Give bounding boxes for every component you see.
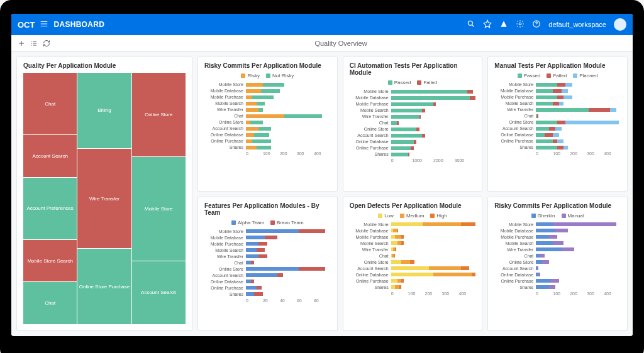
bar-segment[interactable]: [461, 266, 469, 270]
bar-segment[interactable]: [564, 95, 572, 99]
bar-segment[interactable]: [257, 248, 265, 252]
bar-segment[interactable]: [553, 133, 559, 137]
bar-segment[interactable]: [251, 280, 254, 283]
bar-segment[interactable]: [461, 222, 476, 226]
bar-segment[interactable]: [258, 127, 271, 131]
bar-segment[interactable]: [252, 139, 271, 143]
bar-segment[interactable]: [391, 146, 411, 150]
bar-segment[interactable]: [565, 83, 572, 87]
menu-icon[interactable]: [40, 19, 48, 30]
refresh-icon[interactable]: [43, 40, 50, 47]
bar-segment[interactable]: [254, 133, 269, 137]
bar-segment[interactable]: [536, 95, 557, 99]
bar-segment[interactable]: [246, 286, 257, 290]
bar-segment[interactable]: [589, 108, 610, 112]
treemap-cell[interactable]: Account Search: [132, 261, 186, 325]
bar-segment[interactable]: [284, 114, 323, 118]
bar-segment[interactable]: [416, 128, 419, 131]
bar-segment[interactable]: [246, 261, 251, 264]
bar-segment[interactable]: [557, 139, 564, 143]
bar-segment[interactable]: [553, 89, 561, 93]
bar-segment[interactable]: [564, 146, 568, 149]
workspace-name[interactable]: default_workspace: [548, 21, 606, 28]
bar-segment[interactable]: [401, 241, 403, 245]
bar-segment[interactable]: [391, 279, 397, 283]
bar-segment[interactable]: [246, 248, 257, 252]
bar-segment[interactable]: [562, 89, 568, 93]
bar-segment[interactable]: [391, 241, 397, 245]
bar-segment[interactable]: [250, 121, 263, 124]
bar-segment[interactable]: [433, 273, 472, 276]
bar-segment[interactable]: [399, 285, 401, 289]
bar-segment[interactable]: [553, 222, 616, 226]
bar-segment[interactable]: [246, 254, 258, 258]
bar-segment[interactable]: [391, 285, 396, 289]
bar-segment[interactable]: [246, 121, 250, 124]
list-icon[interactable]: [30, 40, 38, 47]
bar-segment[interactable]: [422, 134, 425, 138]
bar-segment[interactable]: [414, 140, 416, 144]
bar-segment[interactable]: [470, 96, 475, 100]
bar-segment[interactable]: [536, 285, 548, 289]
bar-segment[interactable]: [246, 292, 254, 296]
bar-segment[interactable]: [391, 140, 414, 144]
bar-segment[interactable]: [536, 83, 557, 87]
bar-segment[interactable]: [559, 102, 564, 106]
bar-segment[interactable]: [299, 229, 325, 233]
bar-segment[interactable]: [467, 90, 473, 94]
bar-segment[interactable]: [540, 254, 545, 258]
bar-segment[interactable]: [246, 114, 284, 118]
bar-segment[interactable]: [246, 236, 265, 239]
bar-segment[interactable]: [553, 139, 557, 143]
bar-segment[interactable]: [565, 121, 618, 124]
bar-segment[interactable]: [536, 222, 553, 226]
bar-segment[interactable]: [391, 102, 433, 106]
bar-segment[interactable]: [549, 235, 557, 239]
bar-segment[interactable]: [536, 89, 553, 93]
bar-segment[interactable]: [257, 286, 262, 290]
bar-segment[interactable]: [536, 121, 557, 124]
bar-segment[interactable]: [410, 260, 414, 264]
bar-segment[interactable]: [246, 102, 257, 106]
bar-segment[interactable]: [537, 114, 538, 118]
bar-segment[interactable]: [401, 279, 403, 283]
bar-segment[interactable]: [411, 146, 413, 150]
bar-segment[interactable]: [246, 273, 277, 277]
bar-segment[interactable]: [536, 127, 548, 131]
bar-segment[interactable]: [536, 279, 551, 283]
bar-segment[interactable]: [562, 247, 574, 251]
bar-segment[interactable]: [246, 229, 299, 233]
bar-segment[interactable]: [395, 247, 396, 251]
bar-segment[interactable]: [246, 108, 258, 112]
bar-segment[interactable]: [557, 95, 564, 99]
treemap-cell[interactable]: Account Search: [23, 135, 77, 177]
bar-segment[interactable]: [246, 83, 263, 87]
avatar[interactable]: [614, 18, 626, 31]
treemap-cell[interactable]: Online Store: [132, 73, 186, 156]
bar-segment[interactable]: [258, 108, 263, 112]
bar-segment[interactable]: [536, 247, 561, 251]
bar-segment[interactable]: [391, 128, 416, 131]
bar-segment[interactable]: [557, 83, 565, 87]
bar-segment[interactable]: [265, 236, 277, 239]
bar-segment[interactable]: [555, 229, 568, 232]
bar-segment[interactable]: [254, 292, 262, 296]
treemap-cell[interactable]: Online Store Purchase: [77, 249, 131, 324]
bar-segment[interactable]: [429, 266, 461, 270]
bar-segment[interactable]: [391, 115, 419, 119]
bar-segment[interactable]: [553, 241, 564, 245]
bar-segment[interactable]: [537, 266, 538, 270]
bar-segment[interactable]: [536, 133, 544, 137]
bar-segment[interactable]: [258, 254, 267, 258]
bar-segment[interactable]: [557, 121, 565, 124]
bar-segment[interactable]: [277, 273, 282, 277]
bar-segment[interactable]: [472, 273, 476, 276]
bar-segment[interactable]: [433, 102, 436, 106]
bar-segment[interactable]: [401, 235, 403, 239]
bar-segment[interactable]: [408, 153, 409, 156]
bar-segment[interactable]: [536, 229, 555, 232]
notification-icon[interactable]: [499, 19, 508, 30]
bar-segment[interactable]: [391, 90, 467, 94]
bar-segment[interactable]: [536, 139, 553, 143]
bar-segment[interactable]: [538, 273, 540, 276]
